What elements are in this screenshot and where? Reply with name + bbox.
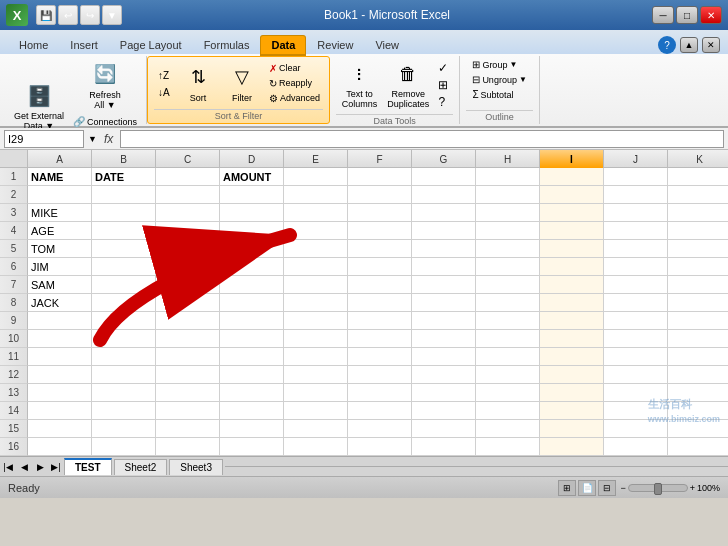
cell-e6[interactable] [284, 258, 348, 276]
page-break-view-button[interactable]: ⊟ [598, 480, 616, 496]
cell-f8[interactable] [348, 294, 412, 312]
zoom-slider[interactable] [628, 484, 688, 492]
cell-e3[interactable] [284, 204, 348, 222]
tab-view[interactable]: View [364, 35, 410, 54]
cell-g6[interactable] [412, 258, 476, 276]
qat-redo[interactable]: ↪ [80, 5, 100, 25]
cell-g1[interactable] [412, 168, 476, 186]
cell-g4[interactable] [412, 222, 476, 240]
sort-desc-button[interactable]: ↓A [154, 84, 174, 100]
cell-e2[interactable] [284, 186, 348, 204]
tab-page-layout[interactable]: Page Layout [109, 35, 193, 54]
zoom-in-icon[interactable]: + [690, 483, 695, 493]
cell-a1[interactable]: NAME [28, 168, 92, 186]
col-header-e[interactable]: E [284, 150, 348, 168]
subtotal-button[interactable]: Σ Subtotal [469, 88, 516, 101]
text-to-columns-button[interactable]: ⫶ Text toColumns [338, 58, 382, 112]
page-layout-view-button[interactable]: 📄 [578, 480, 596, 496]
what-if-button[interactable]: ? [435, 94, 451, 110]
normal-view-button[interactable]: ⊞ [558, 480, 576, 496]
cell-b7[interactable] [92, 276, 156, 294]
cell-c4[interactable] [156, 222, 220, 240]
tab-insert[interactable]: Insert [59, 35, 109, 54]
advanced-button[interactable]: ⚙ Advanced [266, 92, 323, 105]
col-header-b[interactable]: B [92, 150, 156, 168]
cell-h4[interactable] [476, 222, 540, 240]
name-box[interactable]: I29 [4, 130, 84, 148]
cell-k4[interactable] [668, 222, 728, 240]
cell-k8[interactable] [668, 294, 728, 312]
cell-f1[interactable] [348, 168, 412, 186]
sheet-tab-sheet2[interactable]: Sheet2 [114, 459, 168, 475]
cell-b1[interactable]: DATE [92, 168, 156, 186]
cell-d5[interactable] [220, 240, 284, 258]
cell-k6[interactable] [668, 258, 728, 276]
cell-f5[interactable] [348, 240, 412, 258]
cell-h1[interactable] [476, 168, 540, 186]
zoom-handle[interactable] [654, 483, 662, 495]
col-header-j[interactable]: J [604, 150, 668, 168]
cell-i6[interactable] [540, 258, 604, 276]
help-button[interactable]: ? [658, 36, 676, 54]
sheet-nav-next[interactable]: ▶ [32, 459, 48, 475]
col-header-a[interactable]: A [28, 150, 92, 168]
cell-b2[interactable] [92, 186, 156, 204]
sheet-tab-sheet3[interactable]: Sheet3 [169, 459, 223, 475]
cell-c3[interactable] [156, 204, 220, 222]
cell-h8[interactable] [476, 294, 540, 312]
cell-b8[interactable] [92, 294, 156, 312]
cell-e8[interactable] [284, 294, 348, 312]
tab-home[interactable]: Home [8, 35, 59, 54]
cell-g5[interactable] [412, 240, 476, 258]
group-button[interactable]: ⊞ Group ▼ [469, 58, 520, 71]
get-external-data-button[interactable]: 🗄️ Get ExternalData ▼ [10, 80, 68, 134]
cell-a3[interactable]: MIKE [28, 204, 92, 222]
cell-a8[interactable]: JACK [28, 294, 92, 312]
cell-a9[interactable] [28, 312, 92, 330]
cell-d6[interactable] [220, 258, 284, 276]
minimize-button[interactable]: ─ [652, 6, 674, 24]
sheet-nav-first[interactable]: |◀ [0, 459, 16, 475]
cell-c2[interactable] [156, 186, 220, 204]
cell-c1[interactable] [156, 168, 220, 186]
cell-d4[interactable] [220, 222, 284, 240]
consolidate-button[interactable]: ⊞ [435, 77, 451, 93]
col-header-i[interactable]: I [540, 150, 604, 168]
cell-k1[interactable] [668, 168, 728, 186]
cell-d1[interactable]: AMOUNT [220, 168, 284, 186]
qat-undo[interactable]: ↩ [58, 5, 78, 25]
reapply-button[interactable]: ↻ Reapply [266, 77, 323, 90]
data-validation-button[interactable]: ✓ [435, 60, 451, 76]
remove-duplicates-button[interactable]: 🗑 RemoveDuplicates [383, 58, 433, 112]
cell-g2[interactable] [412, 186, 476, 204]
cell-d7[interactable] [220, 276, 284, 294]
ribbon-close-button[interactable]: ✕ [702, 37, 720, 53]
cell-e7[interactable] [284, 276, 348, 294]
cell-f4[interactable] [348, 222, 412, 240]
cell-a4[interactable]: AGE [28, 222, 92, 240]
cell-j2[interactable] [604, 186, 668, 204]
cell-f2[interactable] [348, 186, 412, 204]
cell-h5[interactable] [476, 240, 540, 258]
col-header-g[interactable]: G [412, 150, 476, 168]
sheet-nav-last[interactable]: ▶| [48, 459, 64, 475]
cell-c7[interactable] [156, 276, 220, 294]
cell-f6[interactable] [348, 258, 412, 276]
cell-b3[interactable] [92, 204, 156, 222]
cell-j8[interactable] [604, 294, 668, 312]
cell-i3[interactable] [540, 204, 604, 222]
cell-i8[interactable] [540, 294, 604, 312]
cell-g3[interactable] [412, 204, 476, 222]
cell-g8[interactable] [412, 294, 476, 312]
cell-j7[interactable] [604, 276, 668, 294]
cell-b6[interactable] [92, 258, 156, 276]
ungroup-button[interactable]: ⊟ Ungroup ▼ [469, 73, 529, 86]
cell-j5[interactable] [604, 240, 668, 258]
sheet-nav-prev[interactable]: ◀ [16, 459, 32, 475]
cell-j1[interactable] [604, 168, 668, 186]
tab-formulas[interactable]: Formulas [193, 35, 261, 54]
cell-e1[interactable] [284, 168, 348, 186]
cell-d3[interactable] [220, 204, 284, 222]
cell-c6[interactable] [156, 258, 220, 276]
formula-input[interactable] [120, 130, 724, 148]
